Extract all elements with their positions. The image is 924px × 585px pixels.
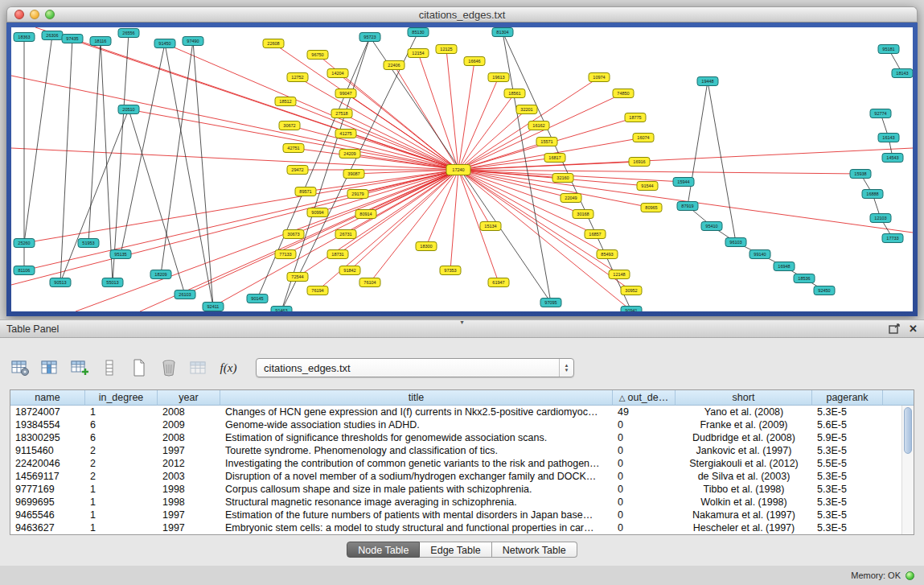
graph-node[interactable]: 91450 [154,39,175,48]
graph-node[interactable]: 30673 [283,230,304,239]
graph-node[interactable]: 15571 [536,138,557,146]
graph-node[interactable]: 87919 [677,202,698,211]
graph-node[interactable]: 97353 [440,266,461,275]
table-row[interactable]: 1456911722003Disruption of a novel membe… [10,470,914,483]
tab-edge-table[interactable]: Edge Table [420,542,491,558]
graph-node[interactable]: 19613 [488,73,509,82]
graph-node[interactable]: 77133 [275,250,296,259]
table-scrollbar[interactable] [901,406,914,534]
graph-node[interactable]: 90941 [621,307,642,312]
graph-node[interactable]: 18561 [504,89,525,98]
tab-network-table[interactable]: Network Table [492,542,577,558]
graph-node[interactable]: 85493 [597,250,618,259]
graph-node[interactable]: 26103 [175,290,195,299]
show-columns-button[interactable] [39,357,60,378]
graph-node[interactable]: 99047 [335,89,356,98]
graph-node[interactable]: 18512 [275,97,296,106]
graph-node[interactable]: 90145 [247,295,268,303]
graph-node[interactable]: 92411 [203,303,224,311]
graph-node[interactable]: 85130 [408,28,429,37]
graph-node[interactable]: 18536 [794,274,815,283]
graph-node[interactable]: 16916 [629,158,650,167]
graph-node[interactable]: 97490 [183,37,203,46]
table-row[interactable]: 1938455462009Genome-wide association stu… [10,418,914,431]
graph-node[interactable]: 95135 [110,250,131,259]
graph-node[interactable]: 15944 [673,178,694,187]
graph-node[interactable]: 76104 [359,278,380,287]
graph-node[interactable]: 17733 [882,234,903,243]
table-row[interactable]: 969969511998Structural magnetic resonanc… [10,496,914,509]
graph-node[interactable]: 18116 [90,37,111,46]
graph-node[interactable]: 17240 [446,165,470,175]
table-scrollbar-thumb[interactable] [904,407,912,454]
graph-node[interactable]: 32201 [516,105,537,114]
graph-node[interactable]: 16857 [585,230,606,239]
graph-node[interactable]: 90513 [50,278,71,287]
graph-node[interactable]: 95410 [701,222,722,231]
graph-node[interactable]: 12148 [609,270,630,279]
graph-node[interactable]: 30952 [621,286,642,295]
graph-node[interactable]: 22608 [263,39,284,48]
graph-node[interactable]: 92450 [814,286,835,295]
graph-node[interactable]: 80965 [641,204,662,212]
graph-node[interactable]: 32160 [552,174,573,183]
table-row[interactable]: 1872400712008Changes of HCN gene express… [10,406,914,418]
graph-node[interactable]: 18363 [14,33,35,42]
function-builder-button[interactable]: f(x) [218,357,239,378]
graph-node[interactable]: 30168 [573,210,593,219]
add-column-button[interactable] [69,357,90,378]
graph-node[interactable]: 97095 [540,299,561,307]
graph-node[interactable]: 80914 [355,210,376,219]
graph-node[interactable]: 12125 [436,45,457,54]
graph-node[interactable]: 15134 [480,222,501,231]
graph-node[interactable]: 29179 [347,190,368,199]
graph-node[interactable]: 22406 [384,61,405,70]
graph-node[interactable]: 26731 [335,230,356,239]
graph-node[interactable]: 22049 [561,194,581,203]
network-canvas[interactable]: 2260896750127521851230672427512947289571… [11,27,913,311]
graph-node[interactable]: 42751 [283,144,304,153]
graph-node[interactable]: 18209 [150,270,171,279]
window-titlebar[interactable]: citations_edges.txt [6,6,918,23]
graph-node[interactable]: 14543 [882,154,903,163]
graph-node[interactable]: 96103 [725,238,746,247]
graph-node[interactable]: 92774 [870,109,891,118]
graph-node[interactable]: 16948 [774,262,795,271]
graph-node[interactable]: 18775 [625,113,646,122]
graph-node[interactable]: 16074 [633,134,654,142]
graph-node[interactable]: 81304 [492,28,513,37]
graph-node[interactable]: 27518 [331,109,352,118]
graph-node[interactable]: 89571 [295,187,316,196]
graph-node[interactable]: 41275 [335,130,356,138]
graph-node[interactable]: 12154 [408,49,429,58]
graph-node[interactable]: 14204 [327,69,348,78]
column-header-title[interactable]: title [220,390,613,406]
graph-node[interactable]: 18143 [892,69,913,78]
graph-node[interactable]: 16162 [528,122,549,130]
graph-node[interactable]: 16143 [878,134,899,142]
graph-node[interactable]: 99140 [749,250,770,259]
graph-node[interactable]: 26306 [42,31,63,40]
graph-node[interactable]: 25260 [14,239,35,248]
table-row[interactable]: 946362711997Embryonic stem cells: a mode… [10,521,914,534]
delete-table-button[interactable] [158,357,179,378]
graph-node[interactable]: 19448 [697,77,718,86]
column-header-pagerank[interactable]: pagerank [812,390,883,406]
import-table-button-disabled[interactable] [188,357,209,378]
column-header-short[interactable]: short [676,390,812,406]
column-header-out-degree[interactable]: △out_de… [613,390,676,406]
graph-node[interactable]: 51953 [78,239,99,248]
close-panel-icon[interactable]: ✕ [909,323,918,334]
graph-node[interactable]: 61947 [488,278,509,287]
table-row[interactable]: 946554611997Estimation of the future num… [10,509,914,521]
network-table-select[interactable]: citations_edges.txt ▲▼ [256,358,574,377]
graph-node[interactable]: 72544 [287,273,308,282]
float-panel-icon[interactable] [889,323,901,334]
table-settings-button[interactable] [10,357,31,378]
graph-node[interactable]: 29472 [287,166,308,175]
graph-node[interactable]: 91463 [271,307,292,312]
graph-node[interactable]: 15938 [850,170,871,179]
graph-node[interactable]: 18300 [416,242,437,251]
graph-node[interactable]: 18731 [327,250,348,259]
graph-node[interactable]: 16888 [862,190,883,199]
